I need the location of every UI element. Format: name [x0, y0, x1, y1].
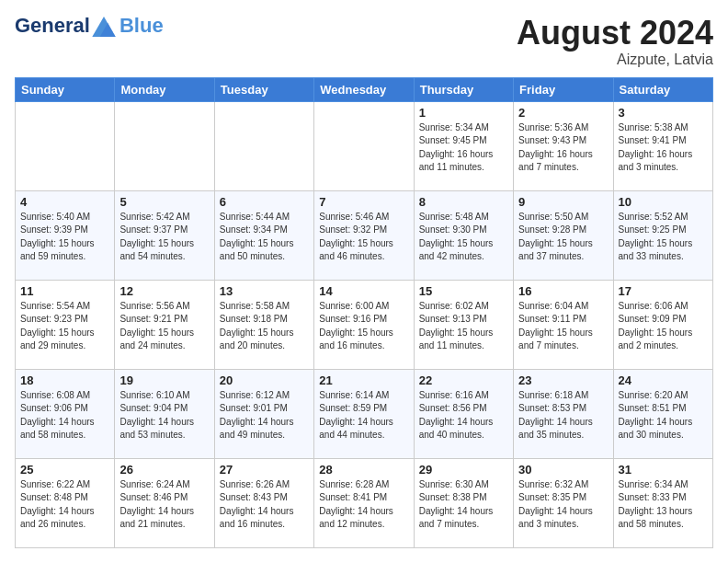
- calendar-cell: 7Sunrise: 5:46 AM Sunset: 9:32 PM Daylig…: [314, 190, 414, 280]
- calendar-header-row: SundayMondayTuesdayWednesdayThursdayFrid…: [16, 77, 713, 101]
- calendar-cell: 21Sunrise: 6:14 AM Sunset: 8:59 PM Dayli…: [314, 369, 414, 458]
- calendar-cell: 31Sunrise: 6:34 AM Sunset: 8:33 PM Dayli…: [613, 458, 712, 547]
- calendar-cell: 6Sunrise: 5:44 AM Sunset: 9:34 PM Daylig…: [214, 190, 313, 280]
- calendar-cell: [115, 101, 214, 190]
- calendar-week-3: 11Sunrise: 5:54 AM Sunset: 9:23 PM Dayli…: [16, 280, 713, 369]
- calendar-header-friday: Friday: [514, 77, 613, 101]
- calendar-week-4: 18Sunrise: 6:08 AM Sunset: 9:06 PM Dayli…: [16, 369, 713, 458]
- calendar-week-1: 1Sunrise: 5:34 AM Sunset: 9:45 PM Daylig…: [16, 101, 713, 190]
- title-area: August 2024 Aizpute, Latvia: [517, 15, 713, 68]
- day-info: Sunrise: 5:34 AM Sunset: 9:45 PM Dayligh…: [419, 121, 508, 175]
- day-info: Sunrise: 5:40 AM Sunset: 9:39 PM Dayligh…: [20, 211, 109, 264]
- day-info: Sunrise: 6:08 AM Sunset: 9:06 PM Dayligh…: [20, 389, 109, 442]
- calendar-table: SundayMondayTuesdayWednesdayThursdayFrid…: [15, 77, 713, 548]
- calendar-cell: 30Sunrise: 6:32 AM Sunset: 8:35 PM Dayli…: [514, 458, 613, 547]
- header: General Blue August 2024 Aizpute, Latvia: [15, 15, 713, 68]
- day-info: Sunrise: 5:44 AM Sunset: 9:34 PM Dayligh…: [220, 211, 309, 264]
- calendar-cell: 23Sunrise: 6:18 AM Sunset: 8:53 PM Dayli…: [514, 369, 613, 458]
- day-info: Sunrise: 5:36 AM Sunset: 9:43 PM Dayligh…: [518, 121, 608, 175]
- day-number: 13: [220, 284, 309, 298]
- day-number: 12: [119, 284, 209, 298]
- calendar-cell: 15Sunrise: 6:02 AM Sunset: 9:13 PM Dayli…: [414, 280, 513, 369]
- day-info: Sunrise: 6:20 AM Sunset: 8:51 PM Dayligh…: [619, 389, 708, 442]
- day-info: Sunrise: 6:22 AM Sunset: 8:48 PM Dayligh…: [20, 478, 109, 532]
- day-number: 24: [619, 373, 708, 387]
- day-number: 7: [319, 195, 408, 209]
- day-info: Sunrise: 5:56 AM Sunset: 9:21 PM Dayligh…: [119, 300, 209, 353]
- calendar-cell: 14Sunrise: 6:00 AM Sunset: 9:16 PM Dayli…: [314, 280, 414, 369]
- day-info: Sunrise: 6:04 AM Sunset: 9:11 PM Dayligh…: [518, 300, 608, 353]
- calendar-header-monday: Monday: [115, 77, 214, 101]
- day-number: 14: [319, 284, 408, 298]
- day-info: Sunrise: 5:50 AM Sunset: 9:28 PM Dayligh…: [518, 211, 608, 264]
- location: Aizpute, Latvia: [517, 52, 713, 68]
- day-info: Sunrise: 6:30 AM Sunset: 8:38 PM Dayligh…: [419, 478, 508, 532]
- day-number: 21: [319, 373, 408, 387]
- day-info: Sunrise: 6:16 AM Sunset: 8:56 PM Dayligh…: [419, 389, 508, 442]
- day-info: Sunrise: 6:18 AM Sunset: 8:53 PM Dayligh…: [518, 389, 608, 442]
- logo-blue: Blue: [119, 15, 164, 37]
- calendar-cell: 24Sunrise: 6:20 AM Sunset: 8:51 PM Dayli…: [613, 369, 712, 458]
- logo: General Blue: [15, 15, 164, 37]
- day-number: 10: [619, 195, 708, 209]
- calendar-cell: [214, 101, 313, 190]
- day-number: 5: [119, 195, 209, 209]
- day-number: 20: [220, 373, 309, 387]
- calendar-week-5: 25Sunrise: 6:22 AM Sunset: 8:48 PM Dayli…: [16, 458, 713, 547]
- day-info: Sunrise: 5:54 AM Sunset: 9:23 PM Dayligh…: [20, 300, 109, 353]
- calendar-cell: 19Sunrise: 6:10 AM Sunset: 9:04 PM Dayli…: [115, 369, 214, 458]
- calendar-cell: 10Sunrise: 5:52 AM Sunset: 9:25 PM Dayli…: [613, 190, 712, 280]
- calendar-cell: [314, 101, 414, 190]
- day-info: Sunrise: 6:00 AM Sunset: 9:16 PM Dayligh…: [319, 300, 408, 353]
- calendar-header-wednesday: Wednesday: [314, 77, 414, 101]
- day-number: 4: [20, 195, 109, 209]
- day-number: 17: [619, 284, 708, 298]
- calendar-cell: 27Sunrise: 6:26 AM Sunset: 8:43 PM Dayli…: [214, 458, 313, 547]
- day-number: 9: [518, 195, 608, 209]
- day-info: Sunrise: 6:34 AM Sunset: 8:33 PM Dayligh…: [619, 478, 708, 532]
- day-number: 31: [619, 463, 708, 477]
- day-number: 2: [518, 106, 608, 120]
- day-info: Sunrise: 5:38 AM Sunset: 9:41 PM Dayligh…: [619, 121, 708, 175]
- day-info: Sunrise: 6:24 AM Sunset: 8:46 PM Dayligh…: [119, 478, 209, 532]
- day-number: 26: [119, 463, 209, 477]
- day-info: Sunrise: 6:10 AM Sunset: 9:04 PM Dayligh…: [119, 389, 209, 442]
- calendar-header-thursday: Thursday: [414, 77, 513, 101]
- calendar-cell: 12Sunrise: 5:56 AM Sunset: 9:21 PM Dayli…: [115, 280, 214, 369]
- day-number: 29: [419, 463, 508, 477]
- day-number: 3: [619, 106, 708, 120]
- day-number: 6: [220, 195, 309, 209]
- day-info: Sunrise: 5:46 AM Sunset: 9:32 PM Dayligh…: [319, 211, 408, 264]
- calendar-cell: 2Sunrise: 5:36 AM Sunset: 9:43 PM Daylig…: [514, 101, 613, 190]
- day-number: 8: [419, 195, 508, 209]
- calendar-cell: 11Sunrise: 5:54 AM Sunset: 9:23 PM Dayli…: [16, 280, 115, 369]
- day-number: 16: [518, 284, 608, 298]
- calendar-cell: 29Sunrise: 6:30 AM Sunset: 8:38 PM Dayli…: [414, 458, 513, 547]
- calendar-cell: 9Sunrise: 5:50 AM Sunset: 9:28 PM Daylig…: [514, 190, 613, 280]
- day-info: Sunrise: 6:26 AM Sunset: 8:43 PM Dayligh…: [220, 478, 309, 532]
- calendar-cell: 18Sunrise: 6:08 AM Sunset: 9:06 PM Dayli…: [16, 369, 115, 458]
- day-info: Sunrise: 5:58 AM Sunset: 9:18 PM Dayligh…: [220, 300, 309, 353]
- day-info: Sunrise: 6:32 AM Sunset: 8:35 PM Dayligh…: [518, 478, 608, 532]
- calendar-cell: 28Sunrise: 6:28 AM Sunset: 8:41 PM Dayli…: [314, 458, 414, 547]
- day-number: 27: [220, 463, 309, 477]
- day-number: 15: [419, 284, 508, 298]
- calendar-cell: 25Sunrise: 6:22 AM Sunset: 8:48 PM Dayli…: [16, 458, 115, 547]
- day-number: 28: [319, 463, 408, 477]
- day-info: Sunrise: 6:06 AM Sunset: 9:09 PM Dayligh…: [619, 300, 708, 353]
- day-number: 23: [518, 373, 608, 387]
- day-number: 19: [119, 373, 209, 387]
- day-info: Sunrise: 5:48 AM Sunset: 9:30 PM Dayligh…: [419, 211, 508, 264]
- calendar-cell: 20Sunrise: 6:12 AM Sunset: 9:01 PM Dayli…: [214, 369, 313, 458]
- calendar-header-sunday: Sunday: [16, 77, 115, 101]
- day-info: Sunrise: 5:42 AM Sunset: 9:37 PM Dayligh…: [119, 211, 209, 264]
- day-number: 18: [20, 373, 109, 387]
- day-number: 25: [20, 463, 109, 477]
- day-info: Sunrise: 6:02 AM Sunset: 9:13 PM Dayligh…: [419, 300, 508, 353]
- calendar-cell: 4Sunrise: 5:40 AM Sunset: 9:39 PM Daylig…: [16, 190, 115, 280]
- logo-text: General: [15, 15, 116, 37]
- day-info: Sunrise: 6:28 AM Sunset: 8:41 PM Dayligh…: [319, 478, 408, 532]
- day-number: 22: [419, 373, 508, 387]
- calendar-cell: 5Sunrise: 5:42 AM Sunset: 9:37 PM Daylig…: [115, 190, 214, 280]
- calendar-cell: 13Sunrise: 5:58 AM Sunset: 9:18 PM Dayli…: [214, 280, 313, 369]
